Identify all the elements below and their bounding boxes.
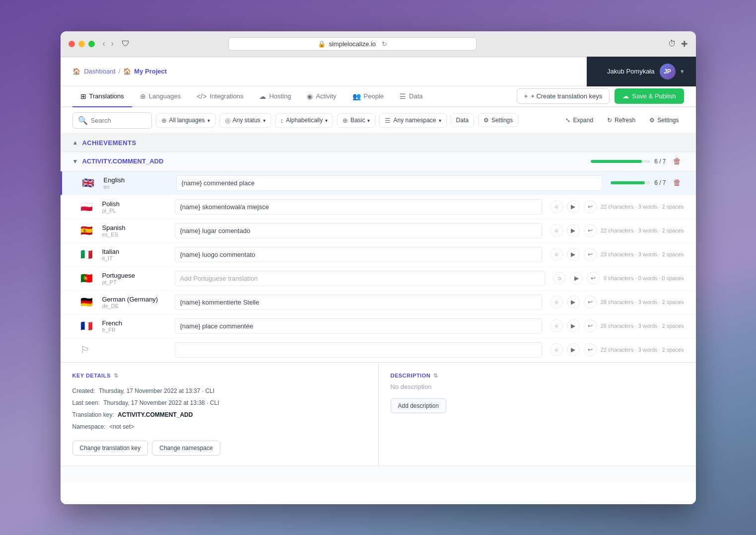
browser-actions: ⏱ ✚ (668, 39, 687, 49)
save-publish-button[interactable]: ☁ Save & Publish (615, 88, 684, 104)
play-french-button[interactable]: ▶ (567, 319, 580, 332)
progress-bar-fill (591, 160, 642, 163)
new-tab-button[interactable]: ✚ (681, 39, 687, 49)
key-toggle[interactable]: ▼ (72, 158, 78, 165)
tab-people-label: People (364, 92, 384, 100)
any-status-label: Any status (233, 117, 261, 124)
sort-icon-desc: ⇅ (433, 373, 438, 379)
alphabetically-filter[interactable]: ↕ Alphabetically ▾ (275, 113, 334, 128)
approve-polish-button[interactable]: ○ (550, 200, 563, 213)
all-languages-label: All languages (169, 117, 205, 124)
achievements-toggle[interactable]: ▲ (72, 139, 78, 146)
tab-activity[interactable]: ◉ Activity (299, 86, 344, 107)
chevron-down-icon-3: ▾ (325, 118, 328, 123)
basic-filter[interactable]: ⊕ Basic ▾ (337, 113, 375, 128)
lang-code-english: en (104, 184, 168, 190)
key-details-title: KEY DETAILS ⇅ (72, 373, 366, 379)
row-progress-text-english: 6 / 7 (654, 179, 666, 186)
translation-input-french[interactable] (175, 318, 542, 334)
approve-italian-button[interactable]: ○ (550, 248, 563, 261)
delete-key-button[interactable]: 🗑 (670, 156, 684, 167)
history-french-button[interactable]: ↩ (584, 319, 597, 332)
history-polish-button[interactable]: ↩ (584, 200, 597, 213)
user-chevron-icon[interactable]: ▾ (681, 68, 684, 75)
forward-button[interactable]: › (109, 38, 116, 49)
user-avatar[interactable]: JP (660, 64, 676, 79)
translation-input-polish[interactable] (175, 199, 542, 215)
refresh-button[interactable]: ↻ Refresh (602, 114, 640, 126)
all-languages-filter[interactable]: ⊕ All languages ▾ (156, 113, 215, 128)
languages-icon: ⊕ (140, 92, 146, 100)
add-description-button[interactable]: Add description (391, 398, 447, 413)
history-italian-button[interactable]: ↩ (584, 248, 597, 261)
change-translation-key-button[interactable]: Change translation key (72, 441, 148, 456)
change-namespace-button[interactable]: Change namespace (152, 441, 220, 456)
lang-row-french: 🇫🇷 French fr_FR ○ ▶ ↩ 26 characters · 3 … (61, 314, 696, 338)
settings-subtab[interactable]: ⚙ Settings (478, 113, 518, 127)
play-extra-button[interactable]: ▶ (567, 343, 580, 356)
nav-arrows: ‹ › (101, 38, 116, 49)
back-button[interactable]: ‹ (101, 38, 107, 49)
people-icon: 👥 (352, 92, 361, 100)
row-progress-english (611, 181, 650, 184)
approve-extra-button[interactable]: ○ (550, 343, 563, 356)
history-button[interactable]: ⏱ (668, 39, 676, 49)
flag-french: 🇫🇷 (80, 320, 94, 332)
char-info-german: 28 characters · 3 words · 2 spaces (601, 299, 684, 305)
data-subtab[interactable]: Data (451, 113, 474, 127)
reload-icon[interactable]: ↻ (382, 40, 387, 48)
minimize-button[interactable] (78, 41, 85, 47)
play-portuguese-button[interactable]: ▶ (570, 272, 583, 285)
char-info-french: 26 characters · 3 words · 2 spaces (601, 323, 684, 329)
lang-row-spanish: 🇪🇸 Spanish es_ES ○ ▶ ↩ 22 characters · 3… (61, 219, 696, 243)
history-portuguese-button[interactable]: ↩ (587, 272, 600, 285)
tab-people[interactable]: 👥 People (344, 86, 392, 107)
create-translation-keys-button[interactable]: + + Create translation keys (517, 88, 610, 104)
lang-info-french: French fr_FR (102, 319, 167, 333)
search-box[interactable]: 🔍 (72, 112, 152, 129)
close-button[interactable] (69, 41, 75, 47)
translation-input-extra[interactable] (175, 342, 542, 358)
tab-languages[interactable]: ⊕ Languages (132, 86, 189, 107)
translation-input-portuguese[interactable] (175, 271, 546, 286)
history-spanish-button[interactable]: ↩ (584, 224, 597, 237)
approve-french-button[interactable]: ○ (550, 319, 563, 332)
any-namespace-filter[interactable]: ☰ Any namespace ▾ (379, 113, 446, 128)
lang-row-portuguese: 🇵🇹 Portuguese pt_PT ○ ▶ ↩ 0 characters ·… (61, 267, 696, 291)
search-input[interactable] (91, 117, 140, 124)
toolbar: 🔍 ⊕ All languages ▾ ◎ Any status ▾ ↕ Alp… (61, 107, 696, 134)
history-german-button[interactable]: ↩ (584, 296, 597, 308)
row-actions-french: ○ ▶ ↩ 26 characters · 3 words · 2 spaces (550, 319, 684, 332)
translation-input-italian[interactable] (175, 247, 542, 262)
flag-portuguese: 🇵🇹 (80, 272, 94, 284)
play-spanish-button[interactable]: ▶ (567, 224, 580, 237)
tab-data[interactable]: ☰ Data (392, 86, 430, 107)
translation-input-spanish[interactable] (175, 223, 542, 238)
any-status-filter[interactable]: ◎ Any status ▾ (219, 113, 271, 128)
approve-german-button[interactable]: ○ (550, 296, 563, 308)
settings-button[interactable]: ⚙ Settings (644, 114, 684, 126)
breadcrumb-home-link[interactable]: 🏠 Dashboard (72, 68, 116, 75)
breadcrumb-project[interactable]: 🏠 My Project (123, 68, 167, 75)
delete-english-button[interactable]: 🗑 (670, 177, 684, 188)
expand-button[interactable]: ⤡ Expand (560, 114, 598, 126)
lang-row-english: 🇬🇧 English en 6 / 7 🗑 (61, 171, 696, 195)
approve-spanish-button[interactable]: ○ (550, 224, 563, 237)
approve-portuguese-button[interactable]: ○ (553, 272, 566, 285)
play-german-button[interactable]: ▶ (567, 296, 580, 308)
key-actions: Change translation key Change namespace (72, 441, 366, 456)
translation-input-english[interactable] (176, 175, 603, 191)
tab-hosting[interactable]: ☁ Hosting (251, 86, 299, 107)
lang-name-italian: Italian (102, 248, 167, 255)
history-extra-button[interactable]: ↩ (584, 343, 597, 356)
translation-input-german[interactable] (175, 295, 542, 310)
tab-translations[interactable]: ⊞ Translations (72, 86, 132, 107)
address-bar[interactable]: 🔒 simplelocalize.io ↻ (228, 37, 477, 51)
user-name: Jakub Pomykała (607, 68, 654, 75)
fullscreen-button[interactable] (88, 41, 95, 47)
play-polish-button[interactable]: ▶ (567, 200, 580, 213)
play-italian-button[interactable]: ▶ (567, 248, 580, 261)
main-content: ▲ ACHIEVEMENTS ▼ ACTIVITY.COMMENT_ADD 6 … (61, 134, 696, 482)
tab-integrations[interactable]: </> Integrations (189, 86, 251, 107)
lang-row-german: 🇩🇪 German (Germany) de_DE ○ ▶ ↩ 28 chara… (61, 291, 696, 314)
